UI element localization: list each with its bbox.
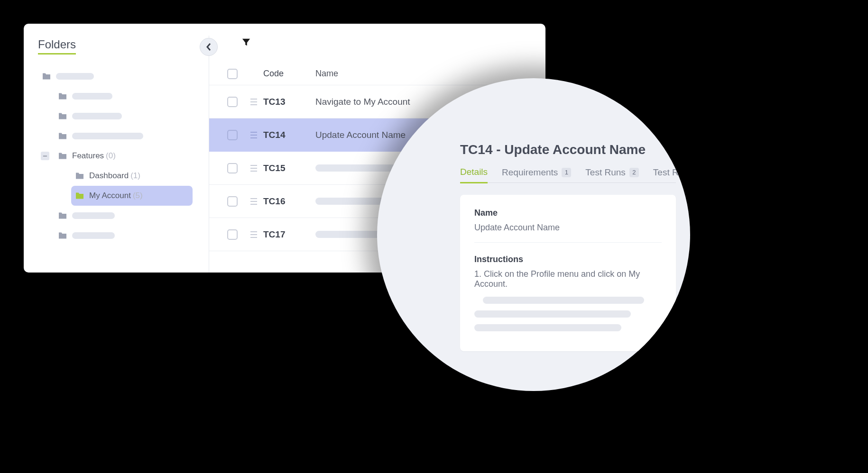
- instruction-placeholder: [474, 310, 631, 318]
- sidebar: Folders −Features (0)Dashboard (1)My Acc…: [24, 24, 209, 273]
- tab-test-runs[interactable]: Test Runs2: [585, 167, 638, 182]
- placeholder: [72, 113, 122, 119]
- tree-item-count: (0): [106, 151, 116, 161]
- row-checkbox[interactable]: [227, 97, 238, 107]
- folder-icon: [75, 172, 84, 180]
- detail-panel: TC14 - Update Account Name DetailsRequir…: [377, 78, 690, 391]
- folder-tree: −Features (0)Dashboard (1)My Account (5): [38, 66, 194, 246]
- instruction-placeholder: [483, 297, 644, 304]
- tree-item-count: (5): [133, 191, 143, 200]
- sidebar-item-placeholder[interactable]: [54, 86, 194, 106]
- folder-icon: [58, 132, 67, 140]
- sidebar-item-placeholder[interactable]: [54, 226, 194, 246]
- folder-icon: [58, 92, 67, 100]
- row-checkbox[interactable]: [227, 163, 238, 173]
- tab-label: Requirements: [502, 167, 558, 178]
- collapse-sidebar-button[interactable]: [200, 38, 218, 56]
- detail-card: Name Update Account Name Instructions 1.…: [460, 195, 676, 351]
- folder-icon: [75, 192, 84, 200]
- tab-badge: 1: [562, 168, 571, 177]
- instruction-placeholder: [474, 324, 621, 331]
- detail-title: TC14 - Update Account Name: [460, 142, 676, 157]
- filter-icon: [242, 38, 250, 46]
- folder-icon: [42, 73, 51, 80]
- field-label-instructions: Instructions: [474, 255, 662, 264]
- tab-label: Test Results: [653, 167, 690, 178]
- tab-badge: 2: [629, 168, 639, 177]
- select-all-checkbox[interactable]: [227, 69, 238, 79]
- folder-icon: [58, 232, 67, 239]
- cell-code: TC14: [263, 130, 315, 140]
- cell-code: TC16: [263, 196, 315, 207]
- placeholder: [72, 133, 143, 139]
- sidebar-item-placeholder[interactable]: [54, 106, 194, 126]
- row-checkbox[interactable]: [227, 130, 238, 140]
- tree-item-label: Features: [72, 151, 104, 161]
- cell-code: TC15: [263, 163, 315, 173]
- tab-label: Test Runs: [585, 167, 625, 178]
- placeholder: [56, 73, 94, 80]
- sidebar-item-placeholder[interactable]: [54, 206, 194, 226]
- sidebar-item-my-account[interactable]: My Account (5): [71, 186, 193, 206]
- drag-handle-icon[interactable]: [244, 131, 263, 139]
- column-header-code[interactable]: Code: [263, 69, 315, 79]
- placeholder: [72, 232, 115, 239]
- tab-details[interactable]: Details: [460, 167, 488, 183]
- chevron-left-icon: [206, 43, 212, 51]
- column-header-name[interactable]: Name: [315, 69, 534, 79]
- instruction-step: 1. Click on the Profile menu and click o…: [474, 269, 662, 289]
- placeholder: [72, 212, 115, 219]
- drag-handle-icon[interactable]: [244, 164, 263, 173]
- field-label-name: Name: [474, 208, 662, 218]
- folder-icon: [58, 212, 67, 219]
- filter-button[interactable]: [242, 38, 545, 48]
- tab-label: Details: [460, 167, 488, 177]
- table-header: Code Name: [209, 63, 545, 85]
- divider: [209, 36, 209, 273]
- tree-item-count: (1): [130, 171, 140, 181]
- sidebar-item-placeholder[interactable]: [54, 126, 194, 146]
- field-value-name: Update Account Name: [474, 223, 662, 243]
- row-checkbox[interactable]: [227, 196, 238, 207]
- folder-icon: [58, 112, 67, 120]
- tab-requirements[interactable]: Requirements1: [502, 167, 571, 182]
- sidebar-item-features[interactable]: −Features (0): [54, 146, 194, 166]
- placeholder: [72, 93, 112, 100]
- drag-handle-icon[interactable]: [244, 230, 263, 239]
- tab-test-results[interactable]: Test Results: [653, 167, 690, 182]
- detail-tabs: DetailsRequirements1Test Runs2Test Resul…: [460, 167, 676, 183]
- row-checkbox[interactable]: [227, 229, 238, 240]
- sidebar-item-placeholder[interactable]: [38, 66, 194, 86]
- cell-code: TC13: [263, 97, 315, 107]
- drag-handle-icon[interactable]: [244, 197, 263, 206]
- sidebar-item-dashboard[interactable]: Dashboard (1): [71, 166, 194, 186]
- folder-icon: [58, 152, 67, 160]
- tree-item-label: Dashboard: [89, 171, 129, 181]
- sidebar-title: Folders: [38, 38, 76, 55]
- cell-code: TC17: [263, 229, 315, 240]
- collapse-toggle[interactable]: −: [41, 152, 49, 160]
- drag-handle-icon[interactable]: [244, 98, 263, 106]
- tree-item-label: My Account: [89, 191, 131, 200]
